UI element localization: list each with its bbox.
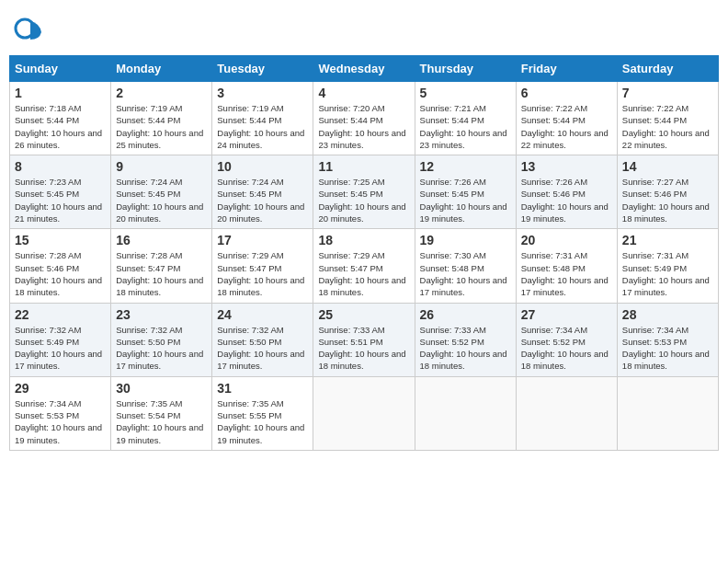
weekday-header-thursday: Thursday xyxy=(415,56,516,82)
calendar-cell: 2Sunrise: 7:19 AMSunset: 5:44 PMDaylight… xyxy=(111,82,212,155)
day-info: Sunrise: 7:35 AMSunset: 5:54 PMDaylight:… xyxy=(116,397,207,446)
calendar-table: SundayMondayTuesdayWednesdayThursdayFrid… xyxy=(9,55,719,451)
day-number: 8 xyxy=(15,159,106,174)
day-info: Sunrise: 7:19 AMSunset: 5:44 PMDaylight:… xyxy=(217,102,308,151)
calendar-cell: 3Sunrise: 7:19 AMSunset: 5:44 PMDaylight… xyxy=(212,82,313,155)
day-number: 16 xyxy=(116,233,207,247)
calendar-cell: 13Sunrise: 7:26 AMSunset: 5:46 PMDayligh… xyxy=(516,155,617,229)
day-number: 4 xyxy=(318,86,409,100)
day-info: Sunrise: 7:25 AMSunset: 5:45 PMDaylight:… xyxy=(318,176,409,224)
calendar-cell: 18Sunrise: 7:29 AMSunset: 5:47 PMDayligh… xyxy=(313,229,415,303)
calendar-week-row: 1Sunrise: 7:18 AMSunset: 5:44 PMDaylight… xyxy=(10,82,719,155)
calendar-cell: 10Sunrise: 7:24 AMSunset: 5:45 PMDayligh… xyxy=(212,155,313,229)
day-number: 23 xyxy=(116,307,207,322)
day-info: Sunrise: 7:32 AMSunset: 5:50 PMDaylight:… xyxy=(116,324,207,373)
calendar-cell: 19Sunrise: 7:30 AMSunset: 5:48 PMDayligh… xyxy=(415,229,516,303)
day-number: 1 xyxy=(15,86,106,100)
calendar-cell: 31Sunrise: 7:35 AMSunset: 5:55 PMDayligh… xyxy=(212,376,313,450)
day-info: Sunrise: 7:34 AMSunset: 5:52 PMDaylight:… xyxy=(521,324,612,373)
calendar-cell: 24Sunrise: 7:32 AMSunset: 5:50 PMDayligh… xyxy=(212,303,313,376)
calendar-cell: 27Sunrise: 7:34 AMSunset: 5:52 PMDayligh… xyxy=(516,303,617,376)
day-number: 9 xyxy=(116,159,207,174)
logo xyxy=(14,14,46,43)
calendar-cell: 14Sunrise: 7:27 AMSunset: 5:46 PMDayligh… xyxy=(617,155,718,229)
day-info: Sunrise: 7:34 AMSunset: 5:53 PMDaylight:… xyxy=(622,324,713,373)
day-number: 7 xyxy=(622,86,713,100)
weekday-header-sunday: Sunday xyxy=(10,56,111,82)
day-info: Sunrise: 7:22 AMSunset: 5:44 PMDaylight:… xyxy=(521,102,612,151)
day-info: Sunrise: 7:26 AMSunset: 5:46 PMDaylight:… xyxy=(521,176,612,224)
weekday-header-monday: Monday xyxy=(111,56,212,82)
day-number: 29 xyxy=(15,381,106,396)
calendar-cell: 8Sunrise: 7:23 AMSunset: 5:45 PMDaylight… xyxy=(10,155,111,229)
calendar-cell: 30Sunrise: 7:35 AMSunset: 5:54 PMDayligh… xyxy=(111,376,212,450)
calendar-cell: 11Sunrise: 7:25 AMSunset: 5:45 PMDayligh… xyxy=(313,155,415,229)
calendar-cell xyxy=(313,376,415,450)
day-info: Sunrise: 7:23 AMSunset: 5:45 PMDaylight:… xyxy=(15,176,106,224)
calendar-cell: 22Sunrise: 7:32 AMSunset: 5:49 PMDayligh… xyxy=(10,303,111,376)
day-info: Sunrise: 7:31 AMSunset: 5:49 PMDaylight:… xyxy=(622,249,713,298)
day-info: Sunrise: 7:27 AMSunset: 5:46 PMDaylight:… xyxy=(622,176,713,224)
day-number: 17 xyxy=(217,233,308,247)
day-number: 27 xyxy=(521,307,612,322)
day-info: Sunrise: 7:22 AMSunset: 5:44 PMDaylight:… xyxy=(622,102,713,151)
day-info: Sunrise: 7:21 AMSunset: 5:44 PMDaylight:… xyxy=(420,102,511,151)
day-number: 22 xyxy=(15,307,106,322)
calendar-cell: 23Sunrise: 7:32 AMSunset: 5:50 PMDayligh… xyxy=(111,303,212,376)
weekday-header-tuesday: Tuesday xyxy=(212,56,313,82)
calendar-cell: 6Sunrise: 7:22 AMSunset: 5:44 PMDaylight… xyxy=(516,82,617,155)
page-header xyxy=(9,9,719,48)
calendar-cell: 17Sunrise: 7:29 AMSunset: 5:47 PMDayligh… xyxy=(212,229,313,303)
day-info: Sunrise: 7:18 AMSunset: 5:44 PMDaylight:… xyxy=(15,102,106,151)
calendar-cell xyxy=(516,376,617,450)
calendar-cell: 29Sunrise: 7:34 AMSunset: 5:53 PMDayligh… xyxy=(10,376,111,450)
calendar-cell: 12Sunrise: 7:26 AMSunset: 5:45 PMDayligh… xyxy=(415,155,516,229)
day-number: 30 xyxy=(116,381,207,396)
calendar-week-row: 22Sunrise: 7:32 AMSunset: 5:49 PMDayligh… xyxy=(10,303,719,376)
day-info: Sunrise: 7:31 AMSunset: 5:48 PMDaylight:… xyxy=(521,249,612,298)
calendar-week-row: 8Sunrise: 7:23 AMSunset: 5:45 PMDaylight… xyxy=(10,155,719,229)
calendar-cell: 21Sunrise: 7:31 AMSunset: 5:49 PMDayligh… xyxy=(617,229,718,303)
logo-icon xyxy=(14,14,43,43)
day-number: 18 xyxy=(318,233,409,247)
calendar-cell xyxy=(415,376,516,450)
day-info: Sunrise: 7:24 AMSunset: 5:45 PMDaylight:… xyxy=(217,176,308,224)
calendar-cell: 5Sunrise: 7:21 AMSunset: 5:44 PMDaylight… xyxy=(415,82,516,155)
day-number: 5 xyxy=(420,86,511,100)
day-number: 21 xyxy=(622,233,713,247)
calendar-cell: 25Sunrise: 7:33 AMSunset: 5:51 PMDayligh… xyxy=(313,303,415,376)
day-number: 28 xyxy=(622,307,713,322)
day-number: 14 xyxy=(622,159,713,174)
day-number: 31 xyxy=(217,381,308,396)
day-number: 15 xyxy=(15,233,106,247)
weekday-header-friday: Friday xyxy=(516,56,617,82)
calendar-cell: 28Sunrise: 7:34 AMSunset: 5:53 PMDayligh… xyxy=(617,303,718,376)
calendar-cell: 4Sunrise: 7:20 AMSunset: 5:44 PMDaylight… xyxy=(313,82,415,155)
day-info: Sunrise: 7:32 AMSunset: 5:50 PMDaylight:… xyxy=(217,324,308,373)
day-number: 13 xyxy=(521,159,612,174)
day-info: Sunrise: 7:20 AMSunset: 5:44 PMDaylight:… xyxy=(318,102,409,151)
calendar-cell: 20Sunrise: 7:31 AMSunset: 5:48 PMDayligh… xyxy=(516,229,617,303)
day-info: Sunrise: 7:34 AMSunset: 5:53 PMDaylight:… xyxy=(15,397,106,446)
day-number: 2 xyxy=(116,86,207,100)
day-number: 24 xyxy=(217,307,308,322)
day-info: Sunrise: 7:29 AMSunset: 5:47 PMDaylight:… xyxy=(217,249,308,298)
weekday-header-wednesday: Wednesday xyxy=(313,56,415,82)
calendar-week-row: 15Sunrise: 7:28 AMSunset: 5:46 PMDayligh… xyxy=(10,229,719,303)
day-number: 10 xyxy=(217,159,308,174)
day-number: 19 xyxy=(420,233,511,247)
calendar-cell: 26Sunrise: 7:33 AMSunset: 5:52 PMDayligh… xyxy=(415,303,516,376)
day-info: Sunrise: 7:30 AMSunset: 5:48 PMDaylight:… xyxy=(420,249,511,298)
day-info: Sunrise: 7:29 AMSunset: 5:47 PMDaylight:… xyxy=(318,249,409,298)
day-info: Sunrise: 7:19 AMSunset: 5:44 PMDaylight:… xyxy=(116,102,207,151)
day-number: 3 xyxy=(217,86,308,100)
calendar-cell: 1Sunrise: 7:18 AMSunset: 5:44 PMDaylight… xyxy=(10,82,111,155)
calendar-cell: 9Sunrise: 7:24 AMSunset: 5:45 PMDaylight… xyxy=(111,155,212,229)
day-info: Sunrise: 7:33 AMSunset: 5:52 PMDaylight:… xyxy=(420,324,511,373)
day-number: 11 xyxy=(318,159,409,174)
day-number: 20 xyxy=(521,233,612,247)
day-info: Sunrise: 7:35 AMSunset: 5:55 PMDaylight:… xyxy=(217,397,308,446)
day-number: 25 xyxy=(318,307,409,322)
day-info: Sunrise: 7:24 AMSunset: 5:45 PMDaylight:… xyxy=(116,176,207,224)
day-info: Sunrise: 7:33 AMSunset: 5:51 PMDaylight:… xyxy=(318,324,409,373)
